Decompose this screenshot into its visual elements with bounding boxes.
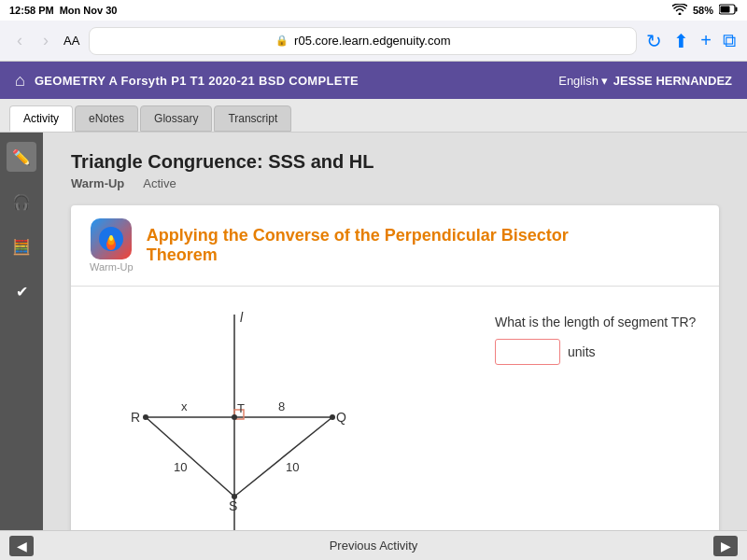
- tab-bar: Activity eNotes Glossary Transcript: [0, 99, 747, 133]
- svg-text:10: 10: [286, 460, 299, 474]
- svg-text:R: R: [131, 410, 140, 425]
- svg-text:Q: Q: [336, 410, 346, 425]
- svg-point-25: [232, 494, 237, 499]
- pencil-tool[interactable]: ✏️: [7, 142, 36, 172]
- wifi-icon: [672, 4, 687, 17]
- tab-activity[interactable]: Activity: [9, 105, 73, 132]
- user-name: JESSE HERNANDEZ: [613, 74, 732, 88]
- date-display: Mon Nov 30: [60, 5, 118, 16]
- svg-point-24: [330, 414, 335, 420]
- prev-activity-label: Previous Activity: [330, 539, 418, 553]
- new-tab-button[interactable]: +: [700, 30, 712, 51]
- language-dropdown-icon: ▾: [601, 74, 608, 88]
- status-bar: 12:58 PM Mon Nov 30 58%: [0, 0, 747, 21]
- checkmark-tool[interactable]: ✔: [7, 276, 36, 306]
- tab-enotes-label: eNotes: [89, 112, 124, 125]
- battery-icon: [719, 4, 738, 17]
- svg-text:l: l: [240, 310, 244, 325]
- browser-bar: ‹ › AA 🔒 r05.core.learn.edgenuity.com ↻ …: [0, 21, 747, 62]
- warm-up-icon: [91, 218, 132, 259]
- tab-activity-label: Activity: [23, 112, 59, 125]
- battery-display: 58%: [693, 5, 713, 16]
- next-nav-icon: ▶: [721, 539, 731, 553]
- activity-title: Applying the Converse of the Perpendicul…: [147, 226, 700, 265]
- back-button[interactable]: ‹: [11, 29, 28, 52]
- activity-header-text: Applying the Converse of the Perpendicul…: [147, 226, 700, 265]
- left-sidebar: ✏️ 🎧 🧮 ✔: [0, 133, 43, 530]
- header-title: GEOMETRY A Forsyth P1 T1 2020-21 BSD COM…: [35, 74, 359, 88]
- tab-transcript-label: Transcript: [228, 112, 277, 125]
- tab-transcript[interactable]: Transcript: [214, 105, 291, 132]
- svg-rect-2: [721, 7, 730, 13]
- svg-point-23: [232, 414, 237, 420]
- activity-body: l R T Q S x 8 10: [71, 287, 719, 530]
- diagram-area: l R T Q S x 8 10: [90, 305, 467, 530]
- answer-input[interactable]: [495, 339, 560, 365]
- lesson-title: Triangle Congruence: SSS and HL: [71, 151, 719, 173]
- calculator-tool[interactable]: 🧮: [7, 231, 36, 261]
- svg-rect-1: [736, 7, 738, 12]
- url-bar[interactable]: 🔒 r05.core.learn.edgenuity.com: [89, 27, 637, 55]
- activity-card: Warm-Up Applying the Converse of the Per…: [71, 205, 719, 530]
- bottom-bar: ◀ Previous Activity ▶: [0, 530, 747, 560]
- activity-icon-label: Warm-Up: [90, 261, 134, 273]
- tabs-button[interactable]: ⧉: [723, 30, 736, 51]
- svg-text:10: 10: [174, 460, 187, 474]
- lesson-meta: Warm-Up Active: [71, 176, 719, 190]
- svg-line-11: [146, 417, 234, 497]
- reader-button[interactable]: AA: [63, 34, 79, 48]
- share-button[interactable]: ⬆: [673, 30, 689, 52]
- refresh-button[interactable]: ↻: [646, 30, 662, 52]
- lock-icon: 🔒: [275, 35, 289, 47]
- active-label: Active: [143, 176, 176, 190]
- tab-glossary[interactable]: Glossary: [140, 105, 212, 132]
- forward-button[interactable]: ›: [37, 29, 54, 52]
- svg-text:x: x: [181, 399, 188, 413]
- url-text: r05.core.learn.edgenuity.com: [294, 34, 450, 48]
- language-selector[interactable]: English ▾: [558, 74, 608, 88]
- svg-text:8: 8: [278, 399, 285, 413]
- question-text: What is the length of segment TR?: [495, 315, 700, 329]
- warm-up-label: Warm-Up: [71, 176, 124, 190]
- home-icon[interactable]: ⌂: [15, 71, 25, 91]
- activity-header: Warm-Up Applying the Converse of the Per…: [71, 205, 719, 287]
- svg-point-22: [143, 414, 148, 420]
- tab-enotes[interactable]: eNotes: [75, 105, 138, 132]
- question-area: What is the length of segment TR? units: [495, 305, 700, 365]
- units-label: units: [568, 344, 596, 359]
- tab-glossary-label: Glossary: [154, 112, 198, 125]
- svg-line-12: [234, 417, 332, 497]
- prev-nav-icon: ◀: [17, 539, 27, 553]
- content-area: Triangle Congruence: SSS and HL Warm-Up …: [43, 133, 747, 530]
- app-header: ⌂ GEOMETRY A Forsyth P1 T1 2020-21 BSD C…: [0, 62, 747, 99]
- svg-text:T: T: [237, 401, 245, 415]
- next-nav-button[interactable]: ▶: [713, 536, 738, 556]
- svg-text:S: S: [229, 498, 237, 513]
- prev-nav-button[interactable]: ◀: [9, 536, 34, 556]
- answer-row: units: [495, 339, 700, 365]
- headphones-tool[interactable]: 🎧: [7, 187, 36, 217]
- svg-point-6: [109, 235, 113, 241]
- time-display: 12:58 PM: [9, 5, 54, 16]
- main-content: ✏️ 🎧 🧮 ✔ Triangle Congruence: SSS and HL…: [0, 133, 747, 530]
- language-label: English: [558, 74, 599, 88]
